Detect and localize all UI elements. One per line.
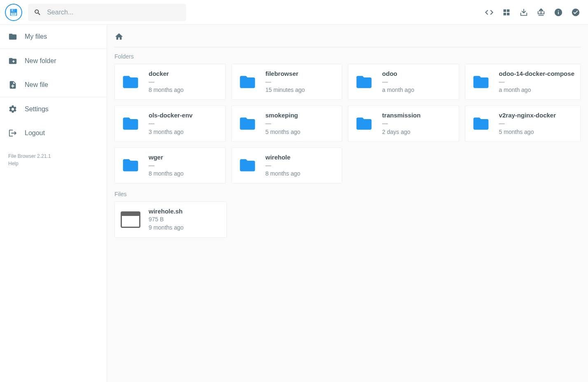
folder-time: 15 minutes ago (266, 86, 305, 94)
folder-time: 8 months ago (149, 170, 184, 177)
folder-icon (354, 114, 374, 134)
folder-name: v2ray-nginx-docker (499, 112, 556, 119)
folder-card[interactable]: smokeping—5 months ago (231, 105, 343, 141)
main-content: Folders docker—8 months agofilebrowser—1… (107, 25, 588, 382)
folder-size: — (149, 78, 184, 85)
download-icon[interactable] (519, 7, 529, 17)
sidebar-item-settings[interactable]: Settings (0, 97, 107, 121)
folder-card[interactable]: transmission—2 days ago (348, 105, 459, 141)
folder-name: odoo (382, 70, 414, 77)
folder-card[interactable]: filebrowser—15 minutes ago (231, 64, 343, 100)
folder-icon (121, 155, 140, 175)
section-label-files: Files (114, 191, 581, 197)
svg-rect-2 (13, 9, 14, 11)
folder-card[interactable]: wirehole—8 months ago (231, 148, 343, 183)
folder-icon (8, 32, 17, 41)
create-folder-icon (8, 56, 17, 66)
folder-icon (238, 155, 257, 175)
sidebar-footer: File Browser 2.21.1 Help (0, 145, 107, 175)
header (0, 0, 588, 25)
folder-size: — (499, 120, 556, 127)
app-logo[interactable] (5, 4, 22, 21)
file-icon (121, 210, 140, 230)
floppy-disk-icon (9, 8, 18, 17)
breadcrumb (114, 28, 581, 47)
folder-card[interactable]: odoo—a month ago (348, 64, 459, 100)
folder-name: smokeping (266, 112, 301, 119)
sidebar-item-new-file[interactable]: New file (0, 73, 107, 97)
logout-icon (8, 129, 17, 138)
section-label-folders: Folders (114, 53, 581, 60)
folder-card[interactable]: wger—8 months ago (114, 148, 226, 183)
folder-time: a month ago (499, 86, 574, 94)
folder-icon (121, 72, 140, 92)
folder-time: 2 days ago (382, 128, 420, 136)
folder-name: filebrowser (266, 70, 305, 77)
folder-icon (471, 72, 491, 92)
folder-icon (354, 72, 374, 92)
folder-name: transmission (382, 112, 420, 119)
folder-size: — (266, 162, 301, 169)
grid-view-icon[interactable] (502, 7, 511, 17)
folder-time: 8 months ago (266, 170, 301, 177)
folder-time: 5 months ago (266, 128, 301, 136)
sidebar: My files New folder New file Settings Lo… (0, 25, 107, 382)
help-link[interactable]: Help (8, 160, 98, 167)
folder-icon (238, 72, 257, 92)
sidebar-item-my-files[interactable]: My files (0, 25, 107, 49)
folder-time: 5 months ago (499, 128, 556, 136)
file-card[interactable]: wirehole.sh975 B9 months ago (114, 202, 227, 237)
select-all-icon[interactable] (571, 7, 581, 17)
search-input[interactable] (47, 9, 180, 16)
sidebar-item-label: New file (25, 81, 48, 89)
folder-card[interactable]: v2ray-nginx-docker—5 months ago (465, 105, 581, 141)
settings-icon (8, 105, 17, 114)
shell-icon[interactable] (484, 7, 494, 17)
folder-card[interactable]: docker—8 months ago (114, 64, 226, 100)
file-name: wirehole.sh (149, 208, 184, 215)
folder-icon (121, 114, 140, 134)
folder-size: — (149, 120, 193, 127)
files-grid: wirehole.sh975 B9 months ago (114, 202, 581, 237)
folder-name: docker (149, 70, 184, 77)
note-add-icon (8, 80, 17, 89)
file-time: 9 months ago (149, 224, 184, 231)
sidebar-item-label: My files (25, 33, 47, 40)
folder-name: odoo-14-docker-compose (499, 70, 574, 77)
home-icon[interactable] (114, 32, 124, 41)
folder-icon (238, 114, 257, 134)
header-actions (484, 7, 583, 17)
folder-time: a month ago (382, 86, 414, 94)
upload-icon[interactable] (536, 7, 546, 17)
file-size: 975 B (149, 216, 184, 223)
folder-card[interactable]: ols-docker-env—3 months ago (114, 105, 226, 141)
folder-name: ols-docker-env (149, 112, 193, 119)
search-icon (34, 8, 41, 16)
folder-size: — (382, 120, 420, 127)
folder-size: — (266, 78, 305, 85)
folder-size: — (382, 78, 414, 85)
folder-size: — (149, 162, 184, 169)
sidebar-item-new-folder[interactable]: New folder (0, 49, 107, 73)
folders-grid: docker—8 months agofilebrowser—15 minute… (114, 64, 581, 183)
folder-name: wger (149, 154, 184, 161)
sidebar-item-label: New folder (25, 57, 56, 65)
info-icon[interactable] (553, 7, 563, 17)
search-box[interactable] (28, 4, 186, 21)
folder-size: — (266, 120, 301, 127)
folder-name: wirehole (266, 154, 301, 161)
sidebar-item-label: Logout (25, 129, 45, 137)
folder-time: 3 months ago (149, 128, 193, 136)
folder-time: 8 months ago (149, 86, 184, 94)
folder-card[interactable]: odoo-14-docker-compose—a month ago (465, 64, 581, 100)
sidebar-item-label: Settings (25, 105, 49, 113)
app-version: File Browser 2.21.1 (8, 152, 98, 160)
folder-icon (471, 114, 491, 134)
folder-size: — (499, 78, 574, 85)
sidebar-item-logout[interactable]: Logout (0, 121, 107, 145)
